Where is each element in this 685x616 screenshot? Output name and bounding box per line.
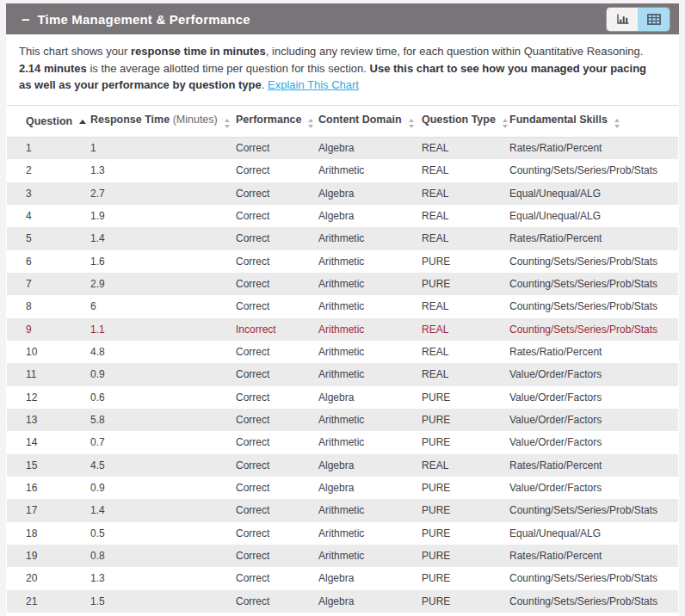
cell-question: 20: [7, 567, 83, 589]
table-view-button[interactable]: [638, 8, 670, 31]
cell-content_domain: Algebra: [312, 454, 415, 477]
cell-question: 7: [7, 273, 83, 295]
table-row: 190.8CorrectArithmeticPURERates/Ratio/Pe…: [7, 545, 678, 567]
column-header-content_domain[interactable]: Content Domain: [312, 105, 415, 137]
cell-content_domain: Arithmetic: [312, 227, 415, 249]
column-header-fundamental_skills[interactable]: Fundamental Skills: [503, 105, 678, 137]
cell-content_domain: Algebra: [312, 477, 415, 499]
table-row: 104.8CorrectArithmeticREALRates/Ratio/Pe…: [7, 341, 678, 363]
cell-performance: Correct: [229, 477, 312, 499]
cell-question_type: REAL: [415, 454, 503, 477]
cell-performance: Correct: [229, 499, 312, 521]
cell-content_domain: Arithmetic: [312, 522, 415, 545]
cell-content_domain: Arithmetic: [312, 409, 415, 431]
explain-chart-link[interactable]: Explain This Chart: [268, 78, 359, 91]
cell-response_time: 4.5: [83, 454, 229, 477]
collapse-icon[interactable]: –: [22, 12, 29, 27]
cell-response_time: 2.9: [83, 273, 229, 295]
chart-view-button[interactable]: [607, 8, 638, 31]
cell-performance: Correct: [229, 522, 312, 545]
table-row: 180.5CorrectArithmeticPUREEqual/Unequal/…: [7, 522, 678, 545]
performance-table: QuestionResponse Time (Minutes)Performan…: [7, 105, 678, 613]
cell-content_domain: Algebra: [312, 386, 415, 409]
cell-fundamental_skills: Counting/Sets/Series/Prob/Stats: [503, 590, 678, 613]
cell-question_type: PURE: [415, 273, 503, 295]
cell-response_time: 1.4: [83, 499, 229, 521]
cell-fundamental_skills: Value/Order/Factors: [503, 477, 678, 499]
column-label-suffix: (Minutes): [170, 114, 218, 126]
cell-fundamental_skills: Rates/Ratio/Percent: [503, 341, 678, 363]
cell-response_time: 0.7: [83, 431, 229, 453]
cell-performance: Correct: [229, 159, 312, 182]
cell-performance: Correct: [229, 273, 312, 295]
table-row: 91.1IncorrectArithmeticREALCounting/Sets…: [7, 318, 678, 341]
cell-fundamental_skills: Rates/Ratio/Percent: [503, 137, 678, 159]
cell-response_time: 1.1: [83, 318, 229, 341]
table-row: 211.5CorrectAlgebraPURECounting/Sets/Ser…: [7, 590, 678, 613]
cell-response_time: 0.8: [83, 545, 229, 567]
cell-performance: Correct: [229, 227, 312, 249]
chart-description: This chart shows your response time in m…: [6, 34, 679, 94]
column-label: Content Domain: [318, 114, 402, 126]
cell-question: 19: [7, 545, 83, 567]
description-text: .: [262, 78, 268, 91]
cell-content_domain: Arithmetic: [312, 318, 415, 341]
cell-performance: Correct: [229, 182, 312, 205]
cell-performance: Correct: [229, 454, 312, 477]
description-text: , including any review time, for each qu…: [266, 45, 644, 58]
cell-response_time: 1.6: [83, 250, 229, 273]
table-row: 86CorrectArithmeticREALCounting/Sets/Ser…: [7, 295, 678, 317]
table-row: 61.6CorrectArithmeticPURECounting/Sets/S…: [7, 250, 678, 273]
column-label: Response Time: [90, 114, 170, 126]
cell-question: 15: [7, 454, 83, 477]
cell-fundamental_skills: Counting/Sets/Series/Prob/Stats: [503, 318, 678, 341]
cell-question_type: REAL: [415, 137, 503, 159]
column-header-response_time[interactable]: Response Time (Minutes): [83, 105, 229, 137]
column-header-question[interactable]: Question: [7, 105, 83, 137]
cell-performance: Correct: [229, 137, 312, 159]
cell-question_type: REAL: [415, 341, 503, 363]
column-header-performance[interactable]: Performance: [229, 105, 312, 137]
sort-ascending-icon: [79, 120, 86, 124]
table-row: 135.8CorrectArithmeticPUREValue/Order/Fa…: [7, 409, 678, 431]
cell-response_time: 5.8: [83, 409, 229, 431]
cell-performance: Correct: [229, 205, 312, 227]
cell-performance: Correct: [229, 590, 312, 613]
cell-fundamental_skills: Value/Order/Factors: [503, 363, 678, 385]
column-header-question_type[interactable]: Question Type: [415, 105, 503, 137]
cell-question: 9: [7, 318, 83, 341]
cell-question: 21: [7, 590, 83, 613]
cell-performance: Correct: [229, 567, 312, 589]
cell-content_domain: Algebra: [312, 590, 415, 613]
cell-response_time: 0.5: [83, 522, 229, 545]
sort-icon: [308, 119, 313, 128]
cell-question_type: PURE: [415, 431, 503, 453]
cell-content_domain: Arithmetic: [312, 431, 415, 453]
bar-chart-icon: [615, 13, 630, 26]
column-label: Question: [26, 115, 72, 127]
table-row: 160.9CorrectAlgebraPUREValue/Order/Facto…: [7, 477, 678, 499]
cell-performance: Correct: [229, 431, 312, 453]
cell-question: 13: [7, 409, 83, 431]
cell-fundamental_skills: Counting/Sets/Series/Prob/Stats: [503, 499, 678, 521]
table-row: 154.5CorrectAlgebraREALRates/Ratio/Perce…: [7, 454, 678, 477]
cell-content_domain: Arithmetic: [312, 341, 415, 363]
cell-response_time: 0.9: [83, 363, 229, 385]
cell-question_type: REAL: [415, 295, 503, 317]
panel-title: Time Management & Performance: [37, 12, 250, 27]
description-bold: 2.14 minutes: [19, 62, 87, 75]
column-label: Fundamental Skills: [509, 114, 608, 126]
cell-question: 16: [7, 477, 83, 499]
cell-content_domain: Arithmetic: [312, 545, 415, 567]
cell-question_type: PURE: [415, 567, 503, 589]
panel-header: – Time Management & Performance: [6, 3, 679, 34]
cell-performance: Correct: [229, 250, 312, 273]
table-row: 171.4CorrectArithmeticPURECounting/Sets/…: [7, 499, 678, 521]
cell-performance: Correct: [229, 409, 312, 431]
cell-question_type: PURE: [415, 250, 503, 273]
cell-content_domain: Algebra: [312, 182, 415, 205]
cell-question_type: REAL: [415, 159, 503, 182]
cell-content_domain: Arithmetic: [312, 159, 415, 182]
table-row: 120.6CorrectAlgebraPUREValue/Order/Facto…: [7, 386, 678, 409]
table-row: 21.3CorrectArithmeticREALCounting/Sets/S…: [7, 159, 678, 182]
